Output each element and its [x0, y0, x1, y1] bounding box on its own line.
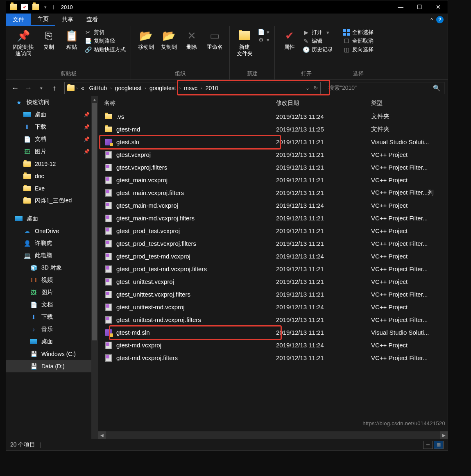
sidebar-item[interactable]: doc: [6, 170, 98, 182]
selectnone-button[interactable]: ☐全部取消: [343, 37, 374, 45]
breadcrumb-item[interactable]: googletest: [148, 85, 178, 91]
qat-properties-icon[interactable]: ✔: [21, 4, 28, 10]
breadcrumb-ellipsis[interactable]: «: [79, 85, 86, 91]
file-row[interactable]: gtest_main-md.vcxproj2019/12/13 11:24VC+…: [98, 199, 448, 212]
col-name[interactable]: 名称: [104, 100, 276, 107]
sidebar-item-label: 桌面: [35, 111, 46, 118]
refresh-button[interactable]: ↻: [314, 85, 318, 91]
tab-view[interactable]: 查看: [80, 14, 104, 26]
sidebar-item[interactable]: 💻此电脑: [6, 249, 98, 262]
sidebar-item[interactable]: ★快速访问: [6, 96, 98, 109]
file-row[interactable]: .vs2019/12/13 11:24文件夹: [98, 110, 448, 123]
tab-share[interactable]: 共享: [55, 14, 80, 26]
file-row[interactable]: gtest.vcxproj2019/12/13 11:21VC++ Projec…: [98, 148, 448, 161]
sidebar-item[interactable]: 🖼图片📌: [6, 145, 98, 158]
file-row[interactable]: gtest_unittest-md.vcxproj.filters2019/12…: [98, 313, 448, 326]
sidebar-item[interactable]: 💾Data (D:): [6, 360, 98, 372]
sidebar-item[interactable]: 📄文档: [6, 299, 98, 311]
breadcrumb-item[interactable]: 2010: [204, 85, 220, 91]
file-row[interactable]: gtest-md.vcxproj.filters2019/12/13 11:21…: [98, 351, 448, 364]
moveto-button[interactable]: 📂移动到: [134, 27, 157, 69]
file-row[interactable]: gtest_main-md.vcxproj.filters2019/12/13 …: [98, 212, 448, 224]
sidebar-item[interactable]: 桌面📌: [6, 109, 98, 121]
qat-dropdown-icon[interactable]: ▾: [44, 5, 47, 10]
copy-button[interactable]: ⎘复制: [37, 27, 60, 69]
nav-back-button[interactable]: ←: [9, 82, 21, 94]
file-row[interactable]: gtest-md.vcxproj2019/12/13 11:24VC++ Pro…: [98, 339, 448, 351]
pin-quickaccess-button[interactable]: 📌固定到快 速访问: [9, 27, 37, 69]
tab-home[interactable]: 主页: [31, 14, 55, 26]
horizontal-scrollbar[interactable]: ◀ ▶: [98, 431, 448, 439]
help-button[interactable]: ?: [436, 16, 444, 23]
nav-recent-button[interactable]: ▾: [36, 82, 47, 94]
file-row[interactable]: gtest_prod_test-md.vcxproj2019/12/13 11:…: [98, 250, 448, 263]
watermark: https://blog.csdn.net/u014421520: [362, 420, 445, 426]
column-headers[interactable]: 名称 修改日期 类型: [98, 96, 448, 110]
sidebar-item[interactable]: 闪烁1_三色led: [6, 195, 98, 207]
edit-button[interactable]: ✎编辑: [303, 37, 333, 45]
col-type[interactable]: 类型: [371, 100, 448, 107]
properties-button[interactable]: ✔属性: [278, 27, 301, 69]
ribbon-collapse-icon[interactable]: ^: [430, 17, 433, 23]
sidebar-item[interactable]: 桌面: [6, 213, 98, 225]
view-icons-button[interactable]: ▦: [434, 441, 444, 449]
sidebar-item[interactable]: 💾Windows (C:): [6, 348, 98, 360]
newitem-button[interactable]: 📄▾: [258, 29, 269, 35]
sidebar-item[interactable]: 🖼图片: [6, 286, 98, 299]
sidebar-item[interactable]: ⬇下载: [6, 311, 98, 323]
sidebar-item[interactable]: ☁OneDrive: [6, 225, 98, 237]
proj-icon: [104, 342, 113, 349]
file-row[interactable]: gtest_prod_test.vcxproj2019/12/13 11:21V…: [98, 224, 448, 237]
breadcrumb-item[interactable]: msvc: [182, 85, 199, 91]
file-row[interactable]: gtest_main.vcxproj2019/12/13 11:21VC++ P…: [98, 174, 448, 186]
sidebar-item[interactable]: 2019-12: [6, 158, 98, 170]
sidebar-item[interactable]: Exe: [6, 182, 98, 195]
selectall-button[interactable]: 全部选择: [343, 29, 374, 36]
easyaccess-button[interactable]: ⚙▾: [258, 36, 269, 43]
sidebar-item[interactable]: 📄文档📌: [6, 133, 98, 145]
sidebar-item[interactable]: ⬇下载📌: [6, 121, 98, 133]
nav-up-button[interactable]: ↑: [49, 82, 60, 94]
breadcrumb-dropdown-icon[interactable]: ⌄: [306, 85, 310, 91]
file-row[interactable]: gtest.vcxproj.filters2019/12/13 11:21VC+…: [98, 161, 448, 174]
delete-button[interactable]: ✕删除: [180, 27, 203, 69]
file-row[interactable]: gtest_unittest.vcxproj.filters2019/12/13…: [98, 288, 448, 301]
close-button[interactable]: ✕: [429, 0, 448, 14]
sidebar-item[interactable]: 🧊3D 对象: [6, 262, 98, 274]
file-row[interactable]: gtest_prod_test.vcxproj.filters2019/12/1…: [98, 237, 448, 250]
maximize-button[interactable]: ☐: [410, 0, 429, 14]
col-date[interactable]: 修改日期: [276, 100, 371, 107]
view-details-button[interactable]: ☰: [423, 441, 433, 449]
file-row[interactable]: gtest_main.vcxproj.filters2019/12/13 11:…: [98, 186, 448, 199]
pasteshortcut-button[interactable]: 🔗粘贴快捷方式: [85, 46, 126, 53]
sidebar-item[interactable]: 桌面: [6, 335, 98, 348]
search-input[interactable]: 搜索"2010" 🔍: [325, 82, 444, 94]
file-name: gtest-md.vcxproj.filters: [116, 354, 276, 361]
file-row[interactable]: gtest-md2019/12/13 11:25文件夹: [98, 123, 448, 136]
minimize-button[interactable]: —: [391, 0, 410, 14]
cut-button[interactable]: ✂剪切: [85, 29, 126, 36]
history-button[interactable]: 🕐历史记录: [303, 46, 333, 53]
sidebar-scrollbar[interactable]: ▲: [91, 96, 98, 439]
sidebar-item[interactable]: 🎞视频: [6, 274, 98, 286]
breadcrumb[interactable]: › « GitHub› googletest› googletest› msvc…: [64, 82, 321, 94]
newfolder-button[interactable]: 新建 文件夹: [233, 27, 256, 69]
copypath-button[interactable]: 📑复制路径: [85, 37, 126, 45]
rename-button[interactable]: ▭重命名: [203, 27, 226, 69]
file-row[interactable]: gtest_unittest.vcxproj2019/12/13 11:21VC…: [98, 275, 448, 288]
paste-button[interactable]: 📋粘贴: [60, 27, 83, 69]
file-row[interactable]: gtest.sln2019/12/13 11:21Visual Studio S…: [98, 136, 448, 148]
file-row[interactable]: gtest_unittest-md.vcxproj2019/12/13 11:2…: [98, 301, 448, 313]
qat-newfolder-icon[interactable]: [32, 4, 39, 10]
file-row[interactable]: gtest-md.sln2019/12/13 11:21Visual Studi…: [98, 326, 448, 339]
copyto-button[interactable]: 📂复制到: [157, 27, 180, 69]
sidebar-item[interactable]: ♪音乐: [6, 323, 98, 335]
breadcrumb-item[interactable]: GitHub: [87, 85, 109, 91]
nav-forward-button[interactable]: →: [23, 82, 34, 94]
file-row[interactable]: gtest_prod_test-md.vcxproj.filters2019/1…: [98, 263, 448, 275]
sidebar-item[interactable]: 👤许鹏虎: [6, 237, 98, 249]
tab-file[interactable]: 文件: [6, 14, 31, 26]
breadcrumb-item[interactable]: googletest: [113, 85, 143, 91]
invertselect-button[interactable]: ◫反向选择: [343, 46, 374, 53]
open-button[interactable]: ▶打开▾: [303, 29, 333, 36]
